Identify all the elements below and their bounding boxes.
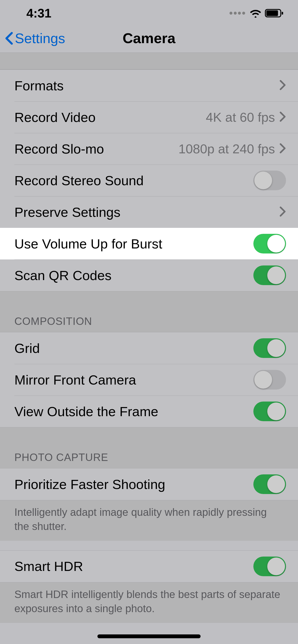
settings-camera-screen: 4:31 •••• Settings Camera Formats Rec <box>0 0 298 644</box>
row-label: Use Volume Up for Burst <box>14 236 253 252</box>
list-group-composition: Grid Mirror Front Camera View Outside th… <box>0 332 298 428</box>
svg-rect-1 <box>266 10 278 16</box>
section-footer-prioritize: Intelligently adapt image quality when r… <box>0 500 298 541</box>
row-preserve-settings[interactable]: Preserve Settings <box>0 196 298 228</box>
list-group-smart-hdr: Smart HDR <box>0 550 298 582</box>
section-spacer <box>0 53 298 70</box>
back-label: Settings <box>15 30 65 46</box>
row-label: View Outside the Frame <box>14 404 253 419</box>
row-detail: 1080p at 240 fps <box>179 141 275 156</box>
status-time: 4:31 <box>26 6 51 20</box>
toggle-mirror-front[interactable] <box>253 370 286 390</box>
row-label: Prioritize Faster Shooting <box>14 476 253 492</box>
chevron-left-icon <box>5 32 14 45</box>
toggle-grid[interactable] <box>253 338 286 358</box>
section-header-photo-capture: PHOTO CAPTURE <box>0 428 298 468</box>
nav-bar: Settings Camera <box>0 24 298 53</box>
status-right: •••• <box>229 8 284 18</box>
row-label: Mirror Front Camera <box>14 372 253 388</box>
row-detail: 4K at 60 fps <box>206 110 275 124</box>
row-outside-frame: View Outside the Frame <box>0 396 298 427</box>
row-prioritize: Prioritize Faster Shooting <box>0 468 298 500</box>
row-label: Formats <box>14 78 279 94</box>
row-label: Record Slo-mo <box>14 141 179 157</box>
toggle-scan-qr[interactable] <box>253 266 286 285</box>
section-footer-smart-hdr: Smart HDR intelligently blends the best … <box>0 582 298 623</box>
chevron-right-icon <box>279 206 286 218</box>
row-grid: Grid <box>0 332 298 364</box>
chevron-right-icon <box>279 80 286 91</box>
chevron-right-icon <box>279 112 286 123</box>
row-scan-qr: Scan QR Codes <box>0 260 298 291</box>
row-volume-burst: Use Volume Up for Burst <box>0 228 298 260</box>
toggle-stereo-sound[interactable] <box>253 170 286 190</box>
row-label: Grid <box>14 340 253 356</box>
row-smart-hdr: Smart HDR <box>0 550 298 582</box>
section-header-composition: COMPOSITION <box>0 291 298 332</box>
svg-rect-2 <box>282 12 283 14</box>
toggle-volume-burst[interactable] <box>253 234 286 254</box>
list-group-main: Formats Record Video 4K at 60 fps Record… <box>0 70 298 291</box>
row-label: Scan QR Codes <box>14 268 253 283</box>
row-label: Record Video <box>14 110 206 125</box>
row-record-video[interactable]: Record Video 4K at 60 fps <box>0 101 298 133</box>
battery-icon <box>265 8 284 18</box>
chevron-right-icon <box>279 143 286 154</box>
toggle-smart-hdr[interactable] <box>253 556 286 576</box>
list-group-prioritize: Prioritize Faster Shooting <box>0 468 298 500</box>
page-title: Camera <box>123 30 175 46</box>
row-record-slomo[interactable]: Record Slo-mo 1080p at 240 fps <box>0 133 298 164</box>
back-button[interactable]: Settings <box>5 30 65 46</box>
home-indicator[interactable] <box>97 634 201 638</box>
cellular-dots-icon: •••• <box>229 8 246 18</box>
row-label: Preserve Settings <box>14 204 279 220</box>
row-stereo-sound: Record Stereo Sound <box>0 164 298 196</box>
row-mirror-front: Mirror Front Camera <box>0 364 298 396</box>
row-formats[interactable]: Formats <box>0 70 298 101</box>
row-label: Record Stereo Sound <box>14 173 253 188</box>
wifi-icon <box>249 8 261 18</box>
status-bar: 4:31 •••• <box>0 0 298 24</box>
toggle-outside-frame[interactable] <box>253 402 286 421</box>
toggle-prioritize[interactable] <box>253 474 286 494</box>
row-label: Smart HDR <box>14 558 253 574</box>
